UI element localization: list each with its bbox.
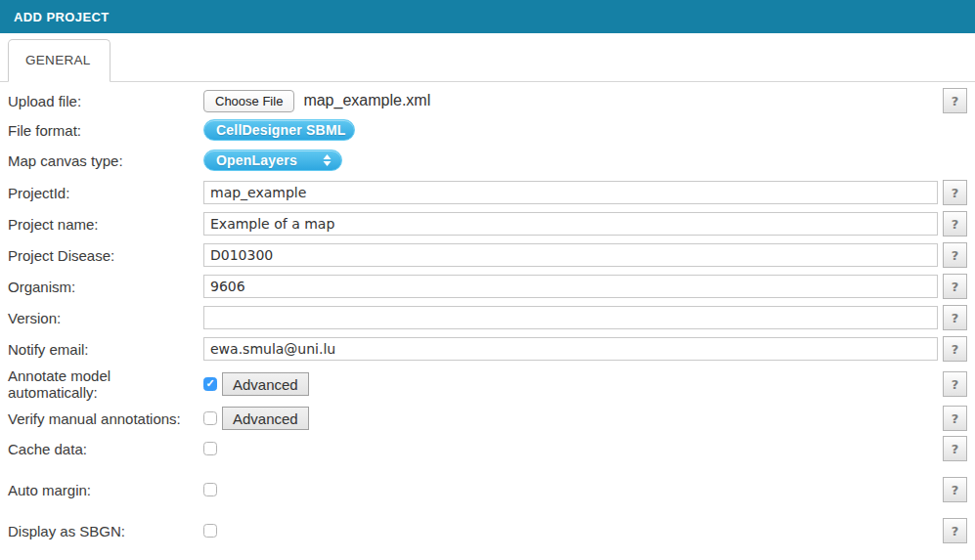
- auto-margin-label: Auto margin:: [8, 482, 203, 498]
- organism-label: Organism:: [8, 279, 203, 295]
- project-id-label: ProjectId:: [8, 185, 203, 201]
- form-row-organism: Organism: ?: [8, 274, 967, 299]
- version-input[interactable]: [203, 306, 938, 329]
- organism-input[interactable]: [203, 275, 938, 298]
- display-sbgn-checkbox[interactable]: [203, 524, 217, 538]
- annotate-advanced-button[interactable]: Advanced: [222, 372, 309, 396]
- cache-data-checkbox[interactable]: [203, 442, 217, 455]
- help-button-project-disease[interactable]: ?: [943, 242, 967, 268]
- form-row-notify-email: Notify email: ?: [8, 336, 967, 362]
- add-project-dialog: ADD PROJECT GENERAL Upload file: Choose …: [0, 0, 975, 560]
- form-row-auto-margin: Auto margin: ?: [8, 477, 967, 502]
- form-row-project-name: Project name: ?: [8, 211, 967, 237]
- dialog-header: ADD PROJECT: [0, 0, 975, 33]
- form-row-map-canvas-type: Map canvas type: OpenLayers: [8, 150, 967, 171]
- upload-file-label: Upload file:: [8, 93, 203, 109]
- tab-bar: GENERAL: [0, 39, 975, 82]
- help-button-project-name[interactable]: ?: [943, 211, 967, 237]
- auto-margin-checkbox[interactable]: [203, 483, 217, 496]
- select-arrows-icon: [346, 124, 369, 136]
- display-sbgn-label: Display as SBGN:: [8, 523, 203, 539]
- form-row-upload-file: Upload file: Choose File map_example.xml…: [8, 88, 967, 113]
- form-row-project-disease: Project Disease: ?: [8, 242, 967, 268]
- project-name-input[interactable]: [203, 212, 938, 236]
- form-row-file-format: File format: CellDesigner SBML: [8, 119, 967, 141]
- notify-email-label: Notify email:: [8, 341, 203, 358]
- help-button-version[interactable]: ?: [943, 305, 967, 330]
- file-format-value: CellDesigner SBML: [216, 122, 346, 138]
- dialog-title: ADD PROJECT: [14, 10, 110, 24]
- help-button-upload-file[interactable]: ?: [943, 88, 967, 113]
- file-format-select[interactable]: CellDesigner SBML: [203, 119, 355, 141]
- file-format-label: File format:: [8, 122, 203, 139]
- form-row-version: Version: ?: [8, 305, 967, 330]
- form-row-cache-data: Cache data: ?: [8, 436, 967, 461]
- form-row-display-sbgn: Display as SBGN: ?: [8, 518, 967, 543]
- uploaded-filename: map_example.xml: [303, 92, 430, 109]
- project-id-input[interactable]: [203, 181, 938, 204]
- verify-annotations-label: Verify manual annotations:: [8, 410, 203, 427]
- help-button-notify-email[interactable]: ?: [943, 336, 967, 362]
- cache-data-label: Cache data:: [8, 441, 203, 457]
- select-arrows-icon: [309, 154, 332, 166]
- help-button-auto-margin[interactable]: ?: [943, 477, 967, 502]
- project-disease-label: Project Disease:: [8, 247, 203, 264]
- form-row-project-id: ProjectId: ?: [8, 180, 967, 205]
- notify-email-input[interactable]: [203, 337, 938, 361]
- help-button-organism[interactable]: ?: [943, 274, 967, 299]
- project-name-label: Project name:: [8, 216, 203, 233]
- map-canvas-type-value: OpenLayers: [216, 152, 297, 168]
- annotate-model-checkbox[interactable]: [203, 377, 217, 391]
- help-button-verify-annotations[interactable]: ?: [943, 406, 967, 431]
- verify-annotations-checkbox[interactable]: [203, 411, 217, 425]
- help-button-project-id[interactable]: ?: [943, 180, 967, 205]
- form-row-annotate-model: Annotate model automatically: Advanced ?: [8, 367, 967, 401]
- annotate-model-label: Annotate model automatically:: [8, 367, 203, 401]
- add-project-form: Upload file: Choose File map_example.xml…: [0, 82, 975, 560]
- version-label: Version:: [8, 310, 203, 326]
- project-disease-input[interactable]: [203, 243, 938, 267]
- help-button-annotate-model[interactable]: ?: [943, 371, 967, 397]
- tab-general[interactable]: GENERAL: [8, 39, 111, 82]
- help-button-display-sbgn[interactable]: ?: [943, 518, 967, 543]
- verify-advanced-button[interactable]: Advanced: [222, 407, 309, 430]
- map-canvas-type-label: Map canvas type:: [8, 152, 203, 169]
- form-row-verify-annotations: Verify manual annotations: Advanced ?: [8, 406, 967, 431]
- choose-file-button[interactable]: Choose File: [203, 90, 294, 112]
- tab-general-label: GENERAL: [25, 53, 91, 67]
- help-button-cache-data[interactable]: ?: [943, 436, 967, 461]
- map-canvas-type-select[interactable]: OpenLayers: [203, 150, 342, 171]
